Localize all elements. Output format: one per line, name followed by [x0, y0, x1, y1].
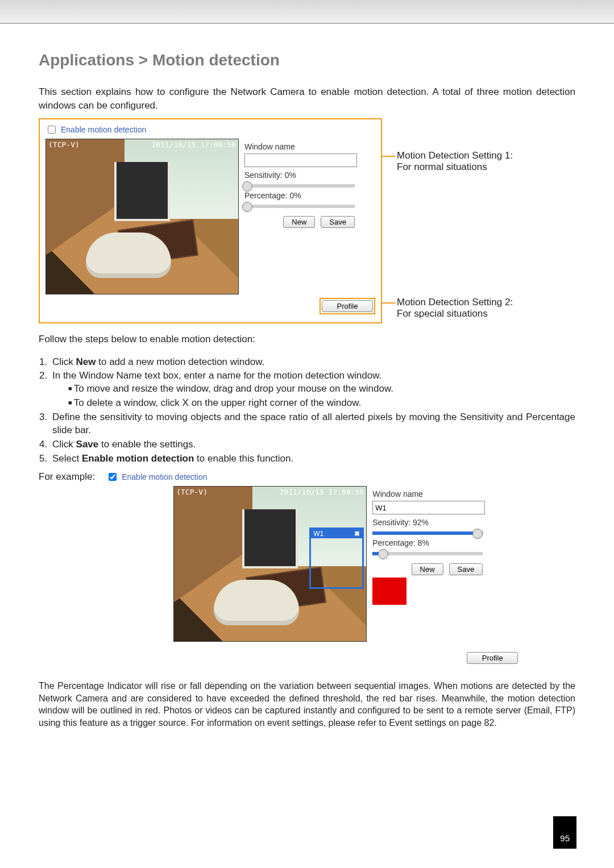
step-2: In the Window Name text box, enter a nam…	[50, 369, 575, 410]
video-preview-2: (TCP-V) 2011/10/15 17:08:56 W1✖	[173, 486, 367, 642]
sensitivity-label: Sensitivity: 0%	[244, 171, 370, 180]
step-4: Click Save to enable the settings.	[50, 438, 575, 451]
header-rule	[0, 23, 614, 24]
enable-motion-label: Enable motion detection	[61, 125, 146, 134]
motion-window-title: W1	[313, 530, 323, 538]
callout-2: Motion Detection Setting 2:For special s…	[397, 297, 513, 319]
percentage-label: Percentage: 0%	[244, 191, 370, 200]
callout-1: Motion Detection Setting 1:For normal si…	[397, 150, 513, 173]
step-2b: To delete a window, click X on the upper…	[66, 397, 575, 410]
video-timestamp: 2011/10/15 17:08:56	[151, 140, 236, 149]
step-1: Click New to add a new motion detection …	[50, 356, 575, 369]
new-button-1[interactable]: New	[283, 216, 315, 228]
page-number: 95	[553, 816, 576, 849]
profile-button-2[interactable]: Profile	[467, 652, 518, 664]
step-3: Define the sensitivity to moving objects…	[50, 411, 575, 437]
enable-motion-checkbox-2[interactable]	[109, 473, 117, 481]
window-name-label: Window name	[244, 142, 370, 151]
header-band	[0, 0, 614, 23]
video-source-label-2: (TCP-V)	[176, 488, 208, 496]
profile-button-1[interactable]: Profile	[322, 300, 373, 312]
save-button-1[interactable]: Save	[321, 216, 355, 228]
step-2a: To move and resize the window, drag and …	[66, 383, 575, 396]
intro-paragraph: This section explains how to configure t…	[39, 85, 575, 113]
enable-motion-checkbox-1[interactable]	[48, 126, 56, 134]
steps-block: Follow the steps below to enable motion …	[39, 333, 575, 466]
sensitivity-label-2: Sensitivity: 92%	[372, 518, 497, 527]
sensitivity-slider-1[interactable]	[244, 184, 355, 188]
section-heading: Applications > Motion detection	[39, 51, 575, 69]
percentage-label-2: Percentage: 8%	[372, 538, 497, 547]
motion-window-w1[interactable]: W1✖	[309, 528, 364, 589]
close-icon[interactable]: ✖	[354, 530, 360, 538]
for-example-label: For example:	[39, 471, 95, 483]
closing-paragraph: The Percentage Indicator will rise or fa…	[39, 680, 575, 729]
step-5: Select Enable motion detection to enable…	[50, 452, 575, 466]
percentage-slider-1[interactable]	[244, 205, 355, 208]
sensitivity-slider-2[interactable]	[372, 531, 483, 535]
enable-motion-label-2: Enable motion detection	[122, 472, 207, 481]
new-button-2[interactable]: New	[412, 563, 443, 575]
video-timestamp-2: 2011/10/15 17:08:56	[279, 488, 364, 496]
save-button-2[interactable]: Save	[449, 563, 483, 575]
motion-indicator-bar	[372, 578, 406, 605]
motion-panel-2: (TCP-V) 2011/10/15 17:08:56 W1✖ Window n…	[173, 486, 518, 672]
steps-intro: Follow the steps below to enable motion …	[39, 333, 575, 346]
window-name-label-2: Window name	[372, 489, 497, 499]
window-name-input-1[interactable]	[244, 153, 357, 167]
percentage-slider-2[interactable]	[372, 552, 483, 555]
window-name-input-2[interactable]	[372, 501, 485, 514]
video-source-label: (TCP-V)	[48, 140, 80, 149]
motion-panel-1: Enable motion detection (TCP-V) 2011/10/…	[39, 118, 382, 323]
video-preview-1: (TCP-V) 2011/10/15 17:08:56	[45, 139, 239, 294]
